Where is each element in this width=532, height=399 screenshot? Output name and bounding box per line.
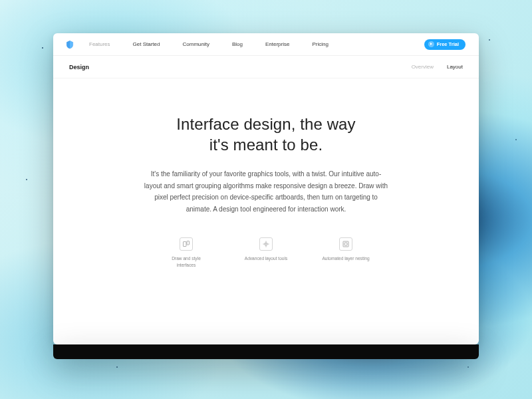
feature-label: Automated layer nesting [322, 255, 369, 261]
layout-tools-icon [259, 237, 273, 251]
free-trial-label: Free Trial [437, 41, 459, 47]
nav-link-blog[interactable]: Blog [232, 41, 243, 47]
nav-link-community[interactable]: Community [183, 41, 209, 47]
nav-link-get-started[interactable]: Get Started [133, 41, 160, 47]
play-icon [428, 41, 434, 47]
section-subnav: Design Overview Layout [53, 56, 479, 78]
svg-rect-7 [343, 241, 348, 247]
tab-overview[interactable]: Overview [412, 64, 434, 70]
nav-link-pricing[interactable]: Pricing [312, 41, 328, 47]
nav-links: Features Get Started Community Blog Ente… [89, 41, 329, 47]
feature-label: Draw and style interfaces [162, 255, 210, 267]
svg-rect-2 [265, 243, 267, 245]
feature-draw-and-style[interactable]: Draw and style interfaces [162, 237, 211, 267]
free-trial-button[interactable]: Free Trial [424, 39, 466, 50]
browser-window: Features Get Started Community Blog Ente… [53, 33, 479, 344]
hero: Interface design, the way it's meant to … [53, 78, 479, 344]
feature-layer-nesting[interactable]: Automated layer nesting [321, 237, 370, 267]
brand-logo-icon[interactable] [65, 40, 74, 49]
page-headline: Interface design, the way it's meant to … [53, 114, 479, 155]
nav-link-enterprise[interactable]: Enterprise [265, 41, 289, 47]
svg-rect-8 [344, 243, 347, 245]
nav-link-features[interactable]: Features [89, 41, 110, 47]
headline-line-2: it's meant to be. [209, 136, 323, 154]
tab-layout[interactable]: Layout [447, 64, 463, 70]
primary-nav: Features Get Started Community Blog Ente… [53, 33, 479, 56]
feature-list: Draw and style interfaces Advanced layou… [53, 237, 479, 267]
svg-rect-1 [187, 241, 190, 245]
hero-body: It's the familiarity of your favorite gr… [143, 168, 389, 215]
headline-line-1: Interface design, the way [176, 115, 355, 133]
feature-layout-tools[interactable]: Advanced layout tools [241, 237, 291, 267]
device-bezel [53, 344, 479, 359]
layer-nesting-icon [339, 237, 352, 251]
artboards-icon [180, 237, 193, 251]
feature-label: Advanced layout tools [245, 255, 288, 261]
section-title: Design [69, 64, 89, 70]
section-tabs: Overview Layout [412, 64, 463, 70]
svg-rect-0 [184, 242, 187, 247]
